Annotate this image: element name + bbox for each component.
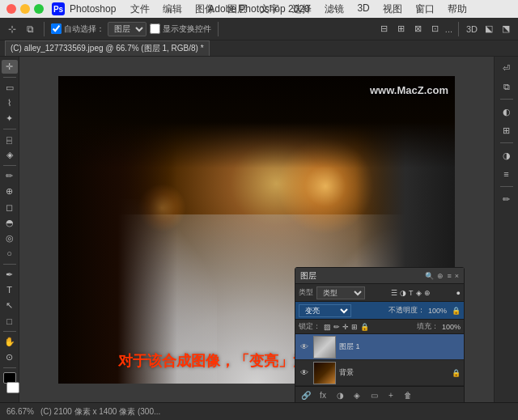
- adjustments-icon[interactable]: ◑: [499, 147, 515, 163]
- pen-tool[interactable]: ✒: [2, 268, 18, 282]
- align-left-icon[interactable]: ⊟: [377, 22, 392, 36]
- toolbar-left: ✛ ▭ ⌇ ✦ ⌸ ◈ ✏ ⊕ ◻ ◓ ◎ ○ ✒ T ↖ □ ✋ ⊙: [0, 57, 19, 402]
- zoom-tool[interactable]: ⊙: [2, 350, 18, 364]
- menu-filter[interactable]: 滤镜: [325, 2, 344, 16]
- layers-menu-icon[interactable]: ≡: [447, 272, 451, 280]
- shape-tool[interactable]: □: [2, 314, 18, 328]
- menu-view[interactable]: 视图: [383, 2, 402, 16]
- blend-mode-row: 变亮 不透明度： 100% 🔒: [295, 302, 464, 320]
- menu-3d[interactable]: 3D: [357, 2, 369, 16]
- marquee-tool[interactable]: ▭: [2, 81, 18, 95]
- filter-smart-icon[interactable]: ⊕: [424, 289, 431, 297]
- filter-shape-icon[interactable]: ◈: [416, 289, 422, 297]
- dodge-tool[interactable]: ○: [2, 247, 18, 261]
- align-3d-icon[interactable]: ⬕: [482, 22, 496, 36]
- swatches-icon[interactable]: ⊞: [499, 122, 515, 138]
- file-tab[interactable]: (C) alley_127733569.jpeg @ 66.7% (图层 1, …: [5, 40, 210, 56]
- lock-pixels-icon[interactable]: ✏: [333, 323, 340, 331]
- close-panel-icon[interactable]: ×: [455, 272, 459, 280]
- lock-icons: ▨ ✏ ✛ ⊞ 🔒: [324, 323, 369, 331]
- new-layer-btn[interactable]: +: [384, 389, 398, 402]
- link-layers-btn[interactable]: 🔗: [299, 389, 313, 402]
- lock-all-icon[interactable]: 🔒: [360, 323, 369, 331]
- type-tool[interactable]: T: [2, 283, 18, 297]
- layer-lock-icon: 🔒: [452, 369, 461, 377]
- path-select-tool[interactable]: ↖: [2, 299, 18, 312]
- align-icons: ⊟ ⊞ ⊠ ⊡ ... 3D ⬕ ⬔: [377, 22, 513, 36]
- align-center-icon[interactable]: ⊞: [394, 22, 409, 36]
- workspace: ✛ ▭ ⌇ ✦ ⌸ ◈ ✏ ⊕ ◻ ◓ ◎ ○ ✒ T ↖ □ ✋ ⊙: [0, 57, 518, 402]
- right-sep: [500, 99, 513, 100]
- properties-icon[interactable]: ≡: [499, 166, 515, 182]
- minimize-button[interactable]: [20, 4, 30, 14]
- maximize-button[interactable]: [34, 4, 44, 14]
- opacity-value[interactable]: 100%: [428, 307, 447, 315]
- separator3: [458, 22, 459, 36]
- brush-tool[interactable]: ✏: [2, 169, 18, 183]
- eraser-tool[interactable]: ◻: [2, 200, 18, 214]
- lock-artboard-icon[interactable]: ⊞: [351, 323, 358, 331]
- layer-item[interactable]: 👁 图层 1: [295, 334, 464, 360]
- layers-panel-header: 图层 🔍 ⊕ ≡ ×: [295, 268, 464, 284]
- lock-layers-icon[interactable]: ⊕: [437, 272, 444, 280]
- new-group-btn[interactable]: ▭: [367, 389, 381, 402]
- layers-tab-label[interactable]: 图层: [300, 270, 316, 282]
- opacity-label: 不透明度：: [388, 305, 425, 316]
- hand-tool[interactable]: ✋: [2, 335, 18, 349]
- add-style-btn[interactable]: fx: [316, 389, 330, 402]
- opacity-lock-icon[interactable]: 🔒: [452, 307, 461, 315]
- filter-pixel-icon[interactable]: ☰: [391, 289, 397, 297]
- clone-tool[interactable]: ⊕: [2, 185, 18, 198]
- layers-footer: 🔗 fx ◑ ◈ ▭ + 🗑: [295, 386, 464, 402]
- paint-bucket-tool[interactable]: ◓: [2, 216, 18, 230]
- add-mask-btn[interactable]: ◑: [333, 389, 347, 402]
- delete-layer-btn[interactable]: 🗑: [401, 389, 415, 402]
- new-adjustment-btn[interactable]: ◈: [350, 389, 364, 402]
- menu-help[interactable]: 帮助: [448, 2, 467, 16]
- menu-window[interactable]: 窗口: [415, 2, 435, 16]
- layer-bg-visibility-eye[interactable]: 👁: [299, 367, 310, 379]
- fill-value[interactable]: 100%: [442, 323, 461, 331]
- menu-edit[interactable]: 编辑: [163, 2, 182, 16]
- color-icon[interactable]: ◐: [499, 104, 515, 120]
- layer-visibility-eye[interactable]: 👁: [299, 342, 310, 353]
- layer-bg-name: 背景: [339, 367, 354, 378]
- show-transform-checkbox[interactable]: [150, 23, 160, 34]
- blend-mode-select[interactable]: 变亮: [299, 304, 351, 317]
- lasso-tool[interactable]: ⌇: [2, 96, 18, 110]
- toggle-filter-icon[interactable]: ●: [456, 289, 461, 297]
- lock-transparent-icon[interactable]: ▨: [324, 323, 331, 331]
- layers-icon[interactable]: ⧉: [499, 78, 515, 95]
- filter-type-select[interactable]: 类型: [316, 286, 365, 299]
- eyedropper-tool[interactable]: ◈: [2, 148, 18, 162]
- crop-tool[interactable]: ⌸: [2, 133, 18, 146]
- filter-adjustment-icon[interactable]: ◑: [400, 289, 406, 297]
- history-icon[interactable]: ⏎: [499, 60, 515, 76]
- search-layers-icon[interactable]: 🔍: [425, 272, 434, 280]
- auto-select-label: 自动选择：: [51, 23, 104, 35]
- 3d-icon[interactable]: 3D: [465, 22, 479, 36]
- close-button[interactable]: [6, 4, 16, 14]
- filter-type-label: 类型: [299, 287, 313, 298]
- lock-position-icon[interactable]: ✛: [342, 323, 349, 331]
- separator2: [218, 22, 219, 36]
- more-options[interactable]: ...: [445, 24, 452, 34]
- right-sep2: [500, 142, 513, 143]
- layer-select[interactable]: 图层: [108, 22, 146, 36]
- blur-tool[interactable]: ◎: [2, 231, 18, 245]
- canvas-area[interactable]: www.MacZ.com 对于该合成图像，「变亮」混合模式更合适 图层 🔍 ⊕ …: [19, 57, 494, 402]
- auto-select-checkbox[interactable]: [51, 23, 62, 34]
- menu-file[interactable]: 文件: [130, 2, 150, 16]
- tab-bar: (C) alley_127733569.jpeg @ 66.7% (图层 1, …: [0, 40, 518, 57]
- quick-select-tool[interactable]: ✦: [2, 112, 18, 125]
- move-tool[interactable]: ✛: [2, 60, 18, 74]
- distribute-3d-icon[interactable]: ⬔: [499, 22, 513, 36]
- background-color[interactable]: [6, 382, 19, 393]
- filter-type-icon[interactable]: T: [409, 289, 414, 297]
- distribute-icon[interactable]: ⊡: [428, 22, 443, 36]
- brush-preset-icon[interactable]: ✏: [499, 191, 515, 207]
- layer-item-bg[interactable]: 👁 背景 🔒: [295, 360, 464, 386]
- align-right-icon[interactable]: ⊠: [411, 22, 426, 36]
- layer-name: 图层 1: [339, 342, 360, 352]
- layers-filter-row: 类型 类型 ☰ ◑ T ◈ ⊕ ●: [295, 284, 464, 302]
